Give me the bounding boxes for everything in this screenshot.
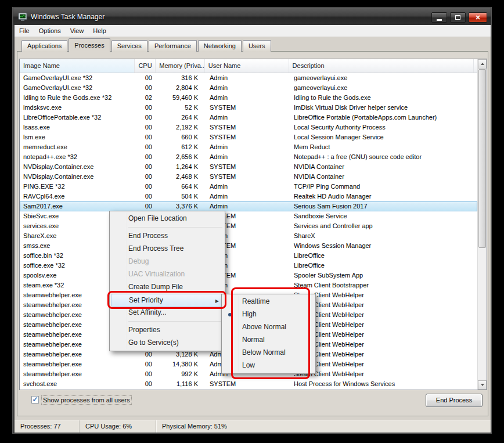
show-all-users-checkbox[interactable]: ✓ [31, 396, 39, 404]
tab-processes[interactable]: Processes [69, 38, 110, 52]
cell-description: Steam Client WebHelper [291, 320, 477, 330]
context-menu-item-open-file-location[interactable]: Open File Location [111, 213, 224, 225]
table-row[interactable]: memreduct.exe00612 KAdminMem Reduct [20, 142, 477, 152]
priority-option-below-normal[interactable]: Below Normal [223, 347, 314, 359]
scroll-down-button[interactable] [478, 380, 487, 390]
cell-user: Admin [206, 182, 291, 192]
cell-description: TCP/IP Ping Command [291, 182, 477, 192]
menu-help[interactable]: Help [88, 25, 111, 37]
table-row[interactable]: lsass.exe002,192 KSYSTEMLocal Security A… [20, 123, 477, 132]
tab-networking[interactable]: Networking [198, 40, 242, 52]
tab-applications[interactable]: Applications [21, 40, 67, 52]
scroll-thumb[interactable] [478, 69, 486, 248]
cell-cpu: 00 [136, 123, 157, 132]
cell-user: Admin [206, 83, 291, 93]
table-row[interactable]: spoolsv.exeSYSTEMSpooler SubSystem App [20, 271, 477, 280]
menu-options[interactable]: Options [34, 25, 66, 37]
cell-memory: 2,192 K [157, 123, 206, 132]
table-row[interactable]: GameOverlayUI.exe *32002,804 KAdmingameo… [20, 83, 477, 93]
context-menu-item-properties[interactable]: Properties [111, 324, 224, 337]
scroll-up-button[interactable] [478, 59, 487, 69]
context-menu-item-set-priority[interactable]: Set Priority▶ [111, 294, 224, 307]
cell-description: Realtek HD Audio Manager [291, 192, 477, 201]
table-row[interactable]: LibreOfficePortable.exe *3200264 KAdminL… [20, 113, 477, 123]
cell-cpu: 00 [136, 83, 157, 93]
cell-memory: 1,264 K [157, 162, 206, 172]
menu-view[interactable]: View [66, 25, 89, 37]
column-header-cpu[interactable]: CPU [135, 59, 156, 73]
checkmark-icon: ✓ [32, 397, 38, 402]
tab-users[interactable]: Users [243, 40, 271, 52]
table-row[interactable]: NVDisplay.Container.exe002,468 KSYSTEMNV… [20, 172, 477, 182]
priority-option-low[interactable]: Low [223, 359, 314, 372]
table-row[interactable]: smss.exeSYSTEMWindows Session Manager [20, 241, 477, 251]
table-row[interactable]: soffice.exe *32AdminLibreOffice [20, 261, 477, 271]
cell-description: Idling to Rule the Gods.exe [291, 93, 477, 103]
tab-services[interactable]: Services [111, 40, 147, 52]
cell-image: lsm.exe [20, 132, 136, 142]
table-row[interactable]: notepad++.exe *32002,656 KAdminNotepad++… [20, 152, 477, 162]
context-menu-item-debug: Debug [111, 255, 224, 268]
context-menu-item-end-process-tree[interactable]: End Process Tree [111, 243, 224, 255]
column-header-user-name[interactable]: User Name [205, 59, 289, 73]
column-header-image-name[interactable]: Image Name [20, 59, 135, 73]
context-menu-item-create-dump-file[interactable]: Create Dump File [111, 281, 224, 294]
table-row[interactable]: Sam2017.exe003,376 KAdminSerious Sam Fus… [20, 201, 477, 211]
cell-description: gameoverlayui.exe [291, 83, 477, 93]
table-row[interactable]: ShareX.exeAdminShareX [20, 231, 477, 241]
cell-memory: 52 K [157, 103, 206, 113]
cell-description: Notepad++ : a free (GNU) source code edi… [291, 152, 477, 162]
cell-user: Admin [206, 93, 291, 103]
minimize-button[interactable] [431, 12, 447, 23]
priority-option-realtime[interactable]: Realtime [223, 296, 314, 308]
priority-option-normal[interactable]: Normal [223, 334, 314, 347]
cell-image: steamwebhelper.exe [20, 369, 136, 379]
table-row[interactable]: services.exeSYSTEMServices and Controlle… [20, 221, 477, 231]
table-row[interactable]: PING.EXE *3200664 KAdminTCP/IP Ping Comm… [20, 182, 477, 192]
cell-image: GameOverlayUI.exe *32 [20, 83, 136, 93]
close-icon: ✕ [475, 14, 480, 21]
context-menu-item-go-to-service-s[interactable]: Go to Service(s) [111, 337, 224, 350]
table-row[interactable]: NVDisplay.Container.exe001,264 KSYSTEMNV… [20, 162, 477, 172]
table-row[interactable]: imdsksvc.exe0052 KSYSTEMImDisk Virtual D… [20, 103, 477, 113]
window-controls: ✕ [429, 12, 487, 23]
cell-description: Steam Client WebHelper [291, 310, 477, 320]
cell-cpu: 00 [136, 192, 157, 201]
priority-submenu: RealtimeHighAbove NormalNormalBelow Norm… [221, 294, 316, 374]
arrow-down-icon [481, 384, 484, 386]
table-row[interactable]: soffice.bin *32AdminLibreOffice [20, 251, 477, 261]
table-row[interactable]: steam.exe *32AdminSteam Client Bootstrap… [20, 280, 477, 290]
table-row[interactable]: svchost.exe001,116 KSYSTEMHost Process f… [20, 379, 477, 389]
table-row[interactable]: SbieSvc.exeSYSTEMSandboxie Service [20, 211, 477, 221]
vertical-scrollbar[interactable] [477, 59, 487, 390]
close-button[interactable]: ✕ [469, 12, 487, 23]
priority-option-high[interactable]: High [223, 308, 314, 321]
end-process-button[interactable]: End Process [426, 394, 483, 407]
cell-description: ImDisk Virtual Disk Driver helper servic… [291, 103, 477, 113]
cell-image: GameOverlayUI.exe *32 [20, 73, 136, 83]
cell-description: NVIDIA Container [291, 172, 477, 182]
cell-cpu: 00 [136, 359, 157, 369]
table-row[interactable]: Idling to Rule the Gods.exe *320259,460 … [20, 93, 477, 103]
cell-memory: 1,116 K [157, 379, 206, 389]
table-row[interactable]: RAVCpl64.exe00504 KAdminRealtek HD Audio… [20, 192, 477, 201]
cell-description: Local Session Manager Service [291, 132, 477, 142]
tab-performance[interactable]: Performance [149, 40, 197, 52]
status-bar: Processes: 77 CPU Usage: 6% Physical Mem… [15, 420, 491, 433]
priority-option-above-normal[interactable]: Above Normal [223, 321, 314, 334]
cell-description: Local Security Authority Process [291, 123, 477, 132]
column-header-description[interactable]: Description [289, 59, 474, 73]
column-header-memory-priva[interactable]: Memory (Priva... [156, 59, 204, 73]
table-row[interactable]: lsm.exe00660 KSYSTEMLocal Session Manage… [20, 132, 477, 142]
context-menu-item-end-process[interactable]: End Process [111, 230, 224, 243]
title-bar[interactable]: Windows Task Manager [13, 8, 491, 25]
table-header: Image NameCPUMemory (Priva...User NameDe… [20, 59, 477, 73]
table-row[interactable]: GameOverlayUI.exe *3200316 KAdmingameove… [20, 73, 477, 83]
menu-file[interactable]: File [15, 25, 34, 37]
cell-memory: 2,804 K [157, 83, 206, 93]
cell-image: Idling to Rule the Gods.exe *32 [20, 93, 136, 103]
arrow-up-icon [481, 63, 484, 65]
cell-memory: 664 K [157, 182, 206, 192]
context-menu-item-set-affinity[interactable]: Set Affinity... [111, 307, 224, 319]
maximize-button[interactable] [450, 12, 466, 23]
